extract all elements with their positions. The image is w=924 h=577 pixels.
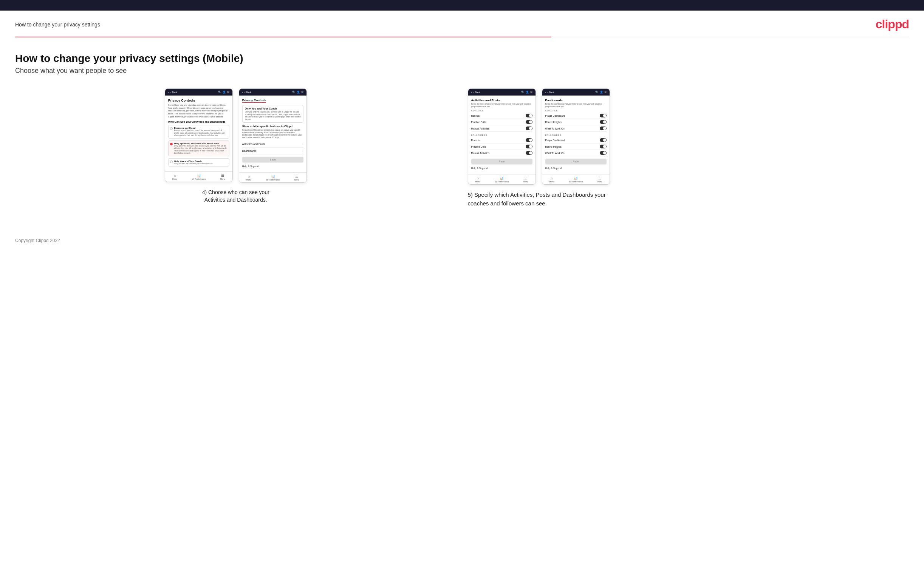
bottom-nav-1: ⌂ Home 📊 My Performance ☰ Menu — [165, 171, 233, 182]
nav-home-1[interactable]: ⌂ Home — [172, 174, 177, 180]
menu-activities[interactable]: Activities and Posts › — [242, 141, 304, 148]
followers-header-3: FOLLOWERS — [471, 134, 533, 136]
phone-nav-1: ‹ < Back 🔍 👤 ⚙ — [165, 89, 233, 95]
nav-back-1: ‹ < Back — [168, 91, 177, 93]
option-everyone[interactable]: Everyone on Clippd Everyone on Clippd ca… — [168, 125, 229, 139]
toggle-coaches-what-to-work[interactable]: What To Work On — [545, 126, 607, 132]
toggle-followers-what-to-work[interactable]: What To Work On — [545, 150, 607, 156]
nav-menu-1[interactable]: ☰ Menu — [220, 174, 225, 180]
phone-nav-4: ‹ < Back 🔍 👤 ⚙ — [542, 89, 610, 95]
toggle-followers-manual[interactable]: Manual Activities — [471, 150, 533, 156]
toggle-coaches-rounds[interactable]: Rounds — [471, 113, 533, 119]
activities-title: Activities and Posts — [471, 98, 533, 102]
nav-home-4[interactable]: ⌂ Home — [549, 176, 554, 183]
nav-home-2[interactable]: ⌂ Home — [246, 174, 251, 181]
caption-left: 4) Choose who can see your Activities an… — [194, 189, 277, 203]
header: How to change your privacy settings clip… — [0, 11, 924, 37]
bottom-nav-2: ⌂ Home 📊 My Performance ☰ Menu — [239, 172, 307, 182]
breadcrumb: How to change your privacy settings — [15, 21, 100, 27]
option-only-you[interactable]: Only You and Your Coach Only you and the… — [168, 158, 229, 167]
phone-mockup-2: ‹ < Back 🔍 👤 ⚙ Privacy Controls — [239, 89, 307, 183]
who-can-see-label: Who Can See Your Activities and Dashboar… — [168, 121, 229, 123]
nav-performance-3[interactable]: 📊 My Performance — [495, 176, 509, 183]
dashboards-desc: Select the dashboards that you'd like to… — [545, 103, 607, 108]
nav-performance-4[interactable]: 📊 My Performance — [569, 176, 583, 183]
toggle-coaches-manual[interactable]: Manual Activities — [471, 126, 533, 132]
radio-approved — [170, 143, 173, 145]
bottom-nav-4: ⌂ Home 📊 My Performance ☰ Menu — [542, 174, 610, 184]
nav-performance-1[interactable]: 📊 My Performance — [192, 174, 206, 180]
mockup-row: ‹ < Back 🔍 👤 ⚙ Privacy Controls Control … — [15, 89, 909, 208]
phone-mockup-3: ‹ < Back 🔍 👤 ⚙ Activities and Posts Sele… — [468, 89, 536, 185]
radio-only-you — [170, 161, 173, 163]
option-approved[interactable]: Only Approved Followers and Your Coach O… — [168, 140, 229, 156]
page-title: How to change your privacy settings (Mob… — [15, 53, 909, 64]
help-support-3: Help & Support — [471, 164, 533, 171]
save-button-3[interactable]: Save — [471, 159, 533, 164]
activities-desc: Select the types of activity that you'd … — [471, 103, 533, 108]
mockup-group-left: ‹ < Back 🔍 👤 ⚙ Privacy Controls Control … — [15, 89, 457, 203]
privacy-controls-tab: Privacy Controls — [242, 98, 267, 103]
mockup-pair-right: ‹ < Back 🔍 👤 ⚙ Activities and Posts Sele… — [468, 89, 610, 185]
phone-mockup-1: ‹ < Back 🔍 👤 ⚙ Privacy Controls Control … — [165, 89, 233, 182]
copyright: Copyright Clippd 2022 — [15, 238, 60, 243]
followers-header-4: FOLLOWERS — [545, 134, 607, 136]
bottom-nav-3: ⌂ Home 📊 My Performance ☰ Menu — [468, 174, 536, 184]
nav-menu-4[interactable]: ☰ Menu — [598, 176, 603, 183]
privacy-controls-title: Privacy Controls — [168, 98, 229, 102]
toggle-coaches-player-dash[interactable]: Player Dashboard — [545, 113, 607, 119]
save-button-2[interactable]: Save — [242, 157, 304, 162]
nav-menu-3[interactable]: ☰ Menu — [523, 176, 528, 183]
toggle-coaches-practice[interactable]: Practice Drills — [471, 119, 533, 126]
coaches-header-4: COACHES — [545, 110, 607, 112]
toggle-followers-player-dash[interactable]: Player Dashboard — [545, 137, 607, 143]
mockup-group-right: ‹ < Back 🔍 👤 ⚙ Activities and Posts Sele… — [468, 89, 909, 208]
dashboards-title: Dashboards — [545, 98, 607, 102]
show-hide-desc: Regardless of the privacy controls that … — [242, 129, 304, 139]
toggle-followers-practice[interactable]: Practice Drills — [471, 143, 533, 150]
coaches-header-3: COACHES — [471, 110, 533, 112]
privacy-controls-body: Control how you and your data appears to… — [168, 104, 229, 118]
page-subtitle: Choose what you want people to see — [15, 67, 909, 75]
toggle-followers-round-insights[interactable]: Round Insights — [545, 143, 607, 150]
help-support-4: Help & Support — [545, 164, 607, 171]
nav-menu-2[interactable]: ☰ Menu — [294, 174, 299, 181]
mockup-pair-left: ‹ < Back 🔍 👤 ⚙ Privacy Controls Control … — [165, 89, 307, 183]
save-button-4[interactable]: Save — [545, 159, 607, 164]
help-support-2: Help & Support — [242, 162, 304, 169]
radio-everyone — [170, 127, 173, 130]
top-bar — [0, 0, 924, 11]
logo: clippd — [876, 18, 909, 31]
nav-performance-2[interactable]: 📊 My Performance — [266, 174, 280, 181]
phone-nav-3: ‹ < Back 🔍 👤 ⚙ — [468, 89, 536, 95]
nav-home-3[interactable]: ⌂ Home — [475, 176, 480, 183]
toggle-followers-rounds[interactable]: Rounds — [471, 137, 533, 143]
phone-nav-2: ‹ < Back 🔍 👤 ⚙ — [239, 89, 307, 95]
phone-mockup-4: ‹ < Back 🔍 👤 ⚙ Dashboards Select the das… — [542, 89, 610, 185]
dropdown-only-you[interactable]: Only You and Your Coach Only you and the… — [242, 105, 304, 123]
show-hide-title: Show or hide specific features in Clippd — [242, 125, 304, 127]
caption-right: 5) Specify which Activities, Posts and D… — [468, 191, 611, 208]
menu-dashboards[interactable]: Dashboards › — [242, 148, 304, 155]
main-content: How to change your privacy settings (Mob… — [0, 37, 924, 230]
toggle-coaches-round-insights[interactable]: Round Insights — [545, 119, 607, 126]
footer: Copyright Clippd 2022 — [0, 230, 924, 251]
